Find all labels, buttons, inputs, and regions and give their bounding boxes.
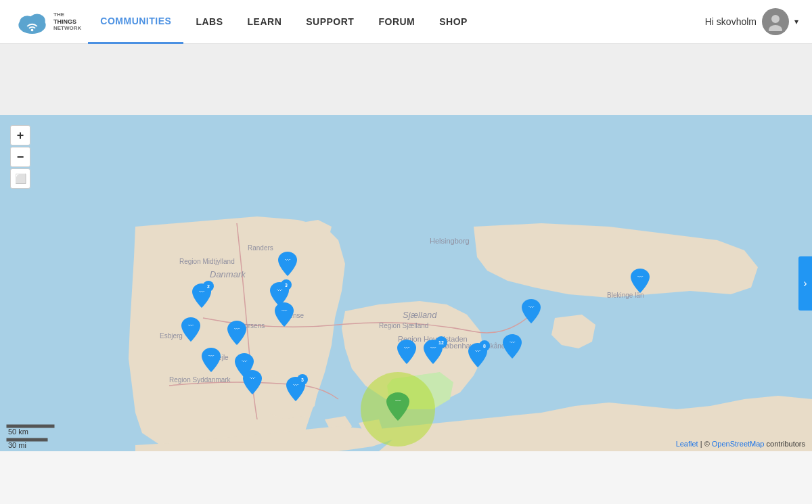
svg-text:〰: 〰 [242,359,248,365]
map-container: Danmark Region Midtjylland Region Syddan… [0,115,812,451]
svg-text:〰: 〰 [475,348,481,354]
svg-point-3 [31,28,34,31]
reset-view-button[interactable]: ⬜ [10,168,30,189]
map-controls: + − ⬜ [10,125,30,189]
svg-text:〰: 〰 [250,375,256,382]
svg-text:30 mi: 30 mi [8,441,26,449]
nav-forum[interactable]: FORUM [366,0,427,44]
nav-support[interactable]: SUPPORT [294,0,366,44]
svg-text:3: 3 [285,283,288,288]
svg-text:Region Midtjylland: Region Midtjylland [179,258,235,265]
svg-text:Region Syddanmark: Region Syddanmark [169,376,231,384]
svg-text:Randers: Randers [248,244,273,252]
svg-text:Helsingborg: Helsingborg [430,237,470,245]
svg-text:12: 12 [438,340,444,345]
svg-text:〰: 〰 [528,304,535,311]
svg-text:〰: 〰 [404,345,410,351]
svg-text:〰: 〰 [208,353,215,359]
svg-text:2: 2 [207,284,210,289]
nav-shop[interactable]: SHOP [427,0,480,44]
svg-text:〰: 〰 [395,398,401,405]
svg-text:50 km: 50 km [8,428,28,436]
logo[interactable]: THE THINGS NETWORK [14,3,81,41]
user-area: Hi skovholm ▾ [705,8,798,35]
svg-point-4 [771,15,780,23]
osm-link[interactable]: OpenStreetMap [712,440,765,448]
svg-text:Region Sjælland: Region Sjælland [379,322,428,329]
svg-text:〰: 〰 [510,340,516,346]
svg-text:Danmark: Danmark [210,269,246,279]
zoom-in-button[interactable]: + [10,125,30,145]
nav-learn[interactable]: LEARN [235,0,294,44]
svg-text:〰: 〰 [199,289,205,295]
leaflet-link[interactable]: Leaflet [676,440,698,448]
svg-text:〰: 〰 [285,257,291,263]
user-dropdown-arrow[interactable]: ▾ [794,17,798,26]
attribution-suffix: contributors [767,440,805,448]
svg-text:Esbjerg: Esbjerg [160,332,183,340]
svg-text:3: 3 [301,377,304,382]
svg-text:8: 8 [483,344,486,348]
nav-labs[interactable]: LABS [183,0,235,44]
zoom-out-button[interactable]: − [10,147,30,167]
svg-text:Sjælland: Sjælland [403,310,437,320]
map-attribution: Leaflet | © OpenStreetMap contributors [676,440,805,448]
svg-text:〰: 〰 [188,323,194,329]
svg-point-5 [769,25,782,31]
banner [0,44,812,115]
svg-text:〰: 〰 [234,326,240,332]
svg-text:〰: 〰 [277,288,283,294]
logo-text: THE THINGS NETWORK [53,12,81,32]
svg-text:〰: 〰 [430,345,436,351]
attribution-divider: | © [700,440,712,448]
svg-text:〰: 〰 [281,308,288,314]
user-avatar[interactable] [762,8,789,35]
svg-text:〰: 〰 [637,274,644,280]
header: THE THINGS NETWORK COMMUNITIES LABS LEAR… [0,0,812,44]
svg-text:〰: 〰 [293,382,299,388]
svg-text:Blekinge län: Blekinge län [607,292,644,299]
main-nav: COMMUNITIES LABS LEARN SUPPORT FORUM SHO… [88,0,704,44]
nav-communities[interactable]: COMMUNITIES [88,0,183,44]
side-panel-tab[interactable]: › [798,256,812,311]
user-greeting: Hi skovholm [705,16,757,27]
